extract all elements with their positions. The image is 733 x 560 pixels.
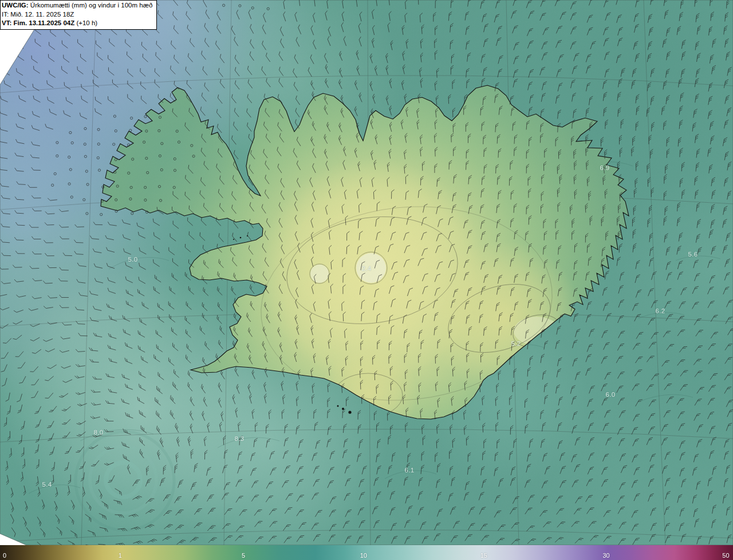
weather-map-page: 6.95.65.02.46.25.26.08.08.36.15.4 UWC/IG… bbox=[0, 0, 733, 560]
colorbar-tick-label: 50 bbox=[722, 553, 729, 559]
precipitation-colorbar: 01510153050 bbox=[0, 545, 733, 560]
forecast-info-box: UWC/IG: Úrkomumætti (mm) og vindur i 100… bbox=[0, 0, 157, 30]
colorbar-tick-label: 5 bbox=[242, 553, 245, 559]
colorbar-tick-label: 15 bbox=[480, 553, 487, 559]
precipitation-wind-map: 6.95.65.02.46.25.26.08.08.36.15.4 UWC/IG… bbox=[0, 0, 733, 545]
valid-offset: (+10 h) bbox=[76, 19, 97, 26]
model-name: UWC/IG: bbox=[2, 2, 29, 9]
map-graphic bbox=[0, 0, 733, 545]
noise-texture bbox=[0, 0, 733, 545]
model-title-line: UWC/IG: Úrkomumætti (mm) og vindur i 100… bbox=[2, 1, 152, 10]
map-title: Úrkomumætti (mm) og vindur i 100m hæð bbox=[30, 2, 152, 9]
colorbar-tick-label: 10 bbox=[360, 553, 367, 559]
init-time-line: IT: Mið. 12. 11. 2025 18Z bbox=[2, 10, 152, 19]
colorbar-ticks: 01510153050 bbox=[0, 545, 733, 560]
valid-time: VT: Fim. 13.11.2025 04Z bbox=[2, 19, 74, 26]
valid-time-line: VT: Fim. 13.11.2025 04Z (+10 h) bbox=[2, 19, 152, 28]
colorbar-tick-label: 1 bbox=[119, 553, 122, 559]
colorbar-tick-label: 0 bbox=[3, 553, 6, 559]
colorbar-tick-label: 30 bbox=[602, 553, 609, 559]
